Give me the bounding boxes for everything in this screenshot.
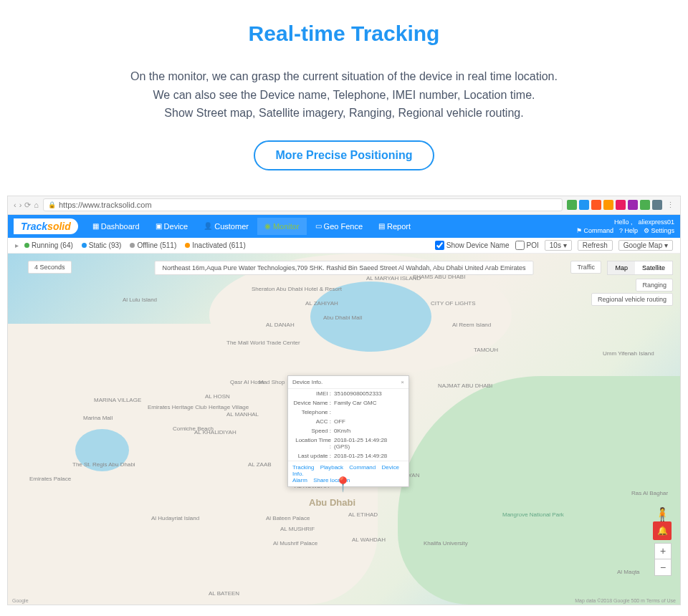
poi-checkbox[interactable]: POI	[515, 241, 539, 250]
customer-icon: 👤	[204, 222, 212, 230]
ext-icon[interactable]	[603, 200, 613, 210]
app-nav: Tracksolid ▦Dashboard ▣Device 👤Customer …	[8, 215, 680, 238]
logo[interactable]: Tracksolid	[14, 218, 78, 234]
status-running[interactable]: Running (64)	[24, 241, 73, 249]
refresh-button[interactable]: Refresh	[578, 240, 613, 251]
status-offline[interactable]: Offline (511)	[130, 241, 176, 249]
help-link[interactable]: ? Help	[619, 227, 638, 234]
acc-value: OFF	[334, 418, 404, 425]
browser-toolbar: ‹ › ⟳ ⌂ 🔒 https://www.tracksolid.com ⋮	[8, 196, 680, 215]
status-static[interactable]: Static (93)	[82, 241, 122, 249]
url-bar[interactable]: 🔒 https://www.tracksolid.com	[43, 198, 563, 211]
map-type-satellite[interactable]: Satellite	[635, 261, 672, 274]
zoom-control: + −	[654, 543, 672, 576]
nav-report[interactable]: ▤Report	[371, 218, 418, 235]
extensions	[567, 200, 662, 210]
playback-link[interactable]: Playback	[320, 464, 343, 471]
nav-customer[interactable]: 👤Customer	[196, 218, 256, 235]
ext-icon[interactable]	[567, 200, 577, 210]
nav-dashboard[interactable]: ▦Dashboard	[85, 218, 147, 235]
hero-title: Real-time Tracking	[29, 21, 659, 46]
ext-icon[interactable]	[616, 200, 626, 210]
imei-value: 351609080052333	[334, 390, 404, 397]
monitor-icon: ◉	[264, 222, 271, 230]
traffic-chip[interactable]: Traffic	[570, 261, 601, 274]
device-name-value: Family Car GMC	[334, 400, 404, 406]
tracking-link[interactable]: Tracking	[292, 464, 314, 471]
alert-icon[interactable]: 🔔	[653, 521, 672, 540]
menu-icon[interactable]: ⋮	[666, 201, 674, 210]
device-icon: ▣	[156, 222, 162, 230]
address-bar: Northeast 16m,Aqua Pure Water Technologi…	[155, 261, 534, 275]
browser-window: ‹ › ⟳ ⌂ 🔒 https://www.tracksolid.com ⋮ T…	[7, 196, 681, 605]
nav-geofence[interactable]: ▭Geo Fence	[308, 218, 370, 235]
device-marker-icon[interactable]: 📍	[334, 476, 352, 493]
ext-icon[interactable]	[628, 200, 638, 210]
ext-icon[interactable]	[640, 200, 650, 210]
command-link[interactable]: ⚑ Command	[576, 227, 613, 234]
geofence-icon: ▭	[315, 222, 322, 230]
ranging-chip[interactable]: Ranging	[636, 279, 673, 292]
user-name[interactable]: aliexpress01	[638, 218, 674, 226]
zoom-out-icon[interactable]: −	[655, 559, 671, 575]
location-time-value: 2018-01-25 14:49:28 (GPS)	[334, 437, 404, 450]
routing-chip[interactable]: Regional vehicle routing	[591, 293, 673, 306]
show-device-checkbox[interactable]: Show Device Name	[435, 241, 510, 250]
zoom-in-icon[interactable]: +	[655, 544, 671, 559]
close-icon[interactable]: ×	[401, 379, 404, 385]
settings-link[interactable]: ⚙ Settings	[644, 227, 674, 234]
hero-description: On the monitor, we can grasp the current…	[29, 67, 659, 122]
device-info-popup: Device Info.× IMEI :351609080052333 Devi…	[287, 375, 409, 487]
sidebar-toggle-icon[interactable]: ▸	[15, 241, 19, 249]
nav-device[interactable]: ▣Device	[148, 218, 196, 235]
map-attribution: Google	[12, 598, 29, 603]
pegman-icon[interactable]: 🧍	[654, 506, 670, 522]
status-bar: ▸ Running (64) Static (93) Offline (511)…	[8, 238, 680, 254]
url-text: https://www.tracksolid.com	[59, 201, 152, 209]
interval-select[interactable]: 10s ▾	[545, 240, 572, 251]
lock-icon: 🔒	[48, 201, 56, 208]
popup-title: Device Info.	[292, 379, 322, 385]
status-inactivated[interactable]: Inactivated (611)	[185, 241, 246, 249]
telephone-value	[334, 409, 404, 415]
map-type-map[interactable]: Map	[608, 261, 635, 274]
reload-icon[interactable]: ⟳	[24, 201, 31, 210]
user-greeting: Hello ,	[614, 218, 633, 226]
last-update-value: 2018-01-25 14:49:28	[334, 453, 404, 459]
nav-monitor[interactable]: ◉Monitor	[257, 218, 307, 235]
cta-button[interactable]: More Precise Positioning	[254, 140, 434, 170]
ext-icon[interactable]	[652, 200, 662, 210]
command-link[interactable]: Command	[349, 464, 376, 471]
ext-icon[interactable]	[591, 200, 601, 210]
map-attribution: Map data ©2018 Google 500 m Terms of Use	[575, 598, 676, 603]
map-type-toggle: Map Satellite	[607, 261, 673, 275]
seconds-chip[interactable]: 4 Seconds	[28, 261, 72, 274]
report-icon: ▤	[378, 222, 385, 230]
ext-icon[interactable]	[579, 200, 589, 210]
back-icon[interactable]: ‹	[14, 201, 16, 210]
speed-value: 0Km/h	[334, 428, 404, 434]
alarm-link[interactable]: Alarm	[292, 477, 307, 483]
home-icon[interactable]: ⌂	[34, 201, 39, 210]
dashboard-icon: ▦	[92, 222, 99, 230]
map-canvas[interactable]: Abu Dhabi MARINA VILLAGE Emirates Palace…	[8, 254, 680, 605]
map-source-select[interactable]: Google Map ▾	[618, 240, 673, 251]
forward-icon[interactable]: ›	[19, 201, 22, 210]
